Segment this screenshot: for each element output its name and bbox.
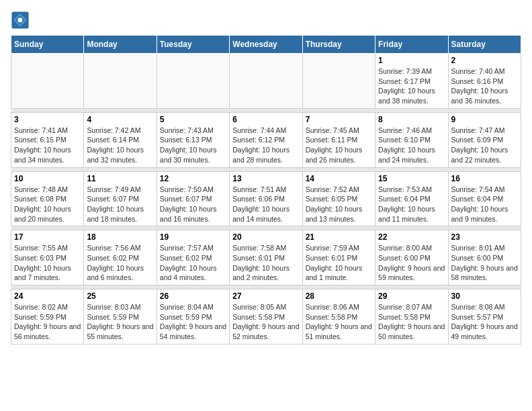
day-info: Sunrise: 7:52 AM Sunset: 6:05 PM Dayligh… <box>306 185 372 224</box>
day-info: Sunrise: 7:44 AM Sunset: 6:12 PM Dayligh… <box>232 126 299 165</box>
day-number: 13 <box>232 174 299 183</box>
day-number: 6 <box>232 115 299 124</box>
calendar-week-4: 17Sunrise: 7:55 AM Sunset: 6:03 PM Dayli… <box>11 230 521 285</box>
calendar-cell: 12Sunrise: 7:50 AM Sunset: 6:07 PM Dayli… <box>157 171 229 226</box>
day-number: 27 <box>232 291 299 301</box>
calendar-cell: 8Sunrise: 7:46 AM Sunset: 6:10 PM Daylig… <box>375 112 448 167</box>
day-number: 10 <box>14 174 81 183</box>
calendar-cell: 5Sunrise: 7:43 AM Sunset: 6:13 PM Daylig… <box>157 112 229 167</box>
day-info: Sunrise: 7:41 AM Sunset: 6:15 PM Dayligh… <box>14 126 81 165</box>
calendar-cell: 7Sunrise: 7:45 AM Sunset: 6:11 PM Daylig… <box>302 112 375 167</box>
day-info: Sunrise: 7:46 AM Sunset: 6:10 PM Dayligh… <box>378 126 445 165</box>
logo <box>11 11 32 30</box>
calendar-cell: 25Sunrise: 8:03 AM Sunset: 5:59 PM Dayli… <box>84 289 157 345</box>
day-info: Sunrise: 7:59 AM Sunset: 6:01 PM Dayligh… <box>306 243 372 283</box>
day-info: Sunrise: 7:57 AM Sunset: 6:02 PM Dayligh… <box>160 243 226 283</box>
day-number: 22 <box>378 232 445 242</box>
day-number: 18 <box>87 232 153 242</box>
day-info: Sunrise: 8:03 AM Sunset: 5:59 PM Dayligh… <box>87 302 153 342</box>
day-info: Sunrise: 8:08 AM Sunset: 5:57 PM Dayligh… <box>451 302 518 342</box>
calendar-cell: 20Sunrise: 7:58 AM Sunset: 6:01 PM Dayli… <box>230 230 302 285</box>
day-number: 3 <box>14 115 81 124</box>
svg-point-3 <box>18 18 23 23</box>
calendar-cell: 18Sunrise: 7:56 AM Sunset: 6:02 PM Dayli… <box>84 230 157 285</box>
calendar-cell: 16Sunrise: 7:54 AM Sunset: 6:04 PM Dayli… <box>448 171 521 226</box>
day-number: 5 <box>160 115 226 124</box>
day-info: Sunrise: 7:42 AM Sunset: 6:14 PM Dayligh… <box>87 126 153 165</box>
column-header-wednesday: Wednesday <box>230 36 302 54</box>
day-info: Sunrise: 8:07 AM Sunset: 5:58 PM Dayligh… <box>378 302 445 342</box>
calendar-cell: 21Sunrise: 7:59 AM Sunset: 6:01 PM Dayli… <box>302 230 375 285</box>
day-info: Sunrise: 7:48 AM Sunset: 6:08 PM Dayligh… <box>14 185 81 224</box>
column-header-sunday: Sunday <box>11 36 84 54</box>
day-number: 8 <box>378 115 445 124</box>
day-number: 14 <box>306 174 372 183</box>
day-number: 19 <box>160 232 226 242</box>
day-info: Sunrise: 7:49 AM Sunset: 6:07 PM Dayligh… <box>87 185 153 224</box>
calendar-cell: 26Sunrise: 8:04 AM Sunset: 5:59 PM Dayli… <box>157 289 229 345</box>
calendar-cell: 19Sunrise: 7:57 AM Sunset: 6:02 PM Dayli… <box>157 230 229 285</box>
logo-icon <box>11 11 30 30</box>
day-number: 21 <box>306 232 372 242</box>
day-number: 20 <box>232 232 299 242</box>
day-number: 15 <box>378 174 445 183</box>
column-header-thursday: Thursday <box>302 36 375 54</box>
calendar-cell: 3Sunrise: 7:41 AM Sunset: 6:15 PM Daylig… <box>11 112 84 167</box>
calendar-cell: 22Sunrise: 8:00 AM Sunset: 6:00 PM Dayli… <box>375 230 448 285</box>
calendar-cell: 2Sunrise: 7:40 AM Sunset: 6:16 PM Daylig… <box>448 54 521 109</box>
calendar-cell: 14Sunrise: 7:52 AM Sunset: 6:05 PM Dayli… <box>302 171 375 226</box>
calendar-week-2: 3Sunrise: 7:41 AM Sunset: 6:15 PM Daylig… <box>11 112 521 167</box>
calendar-cell <box>11 54 84 109</box>
day-info: Sunrise: 7:45 AM Sunset: 6:11 PM Dayligh… <box>306 126 372 165</box>
calendar-cell: 13Sunrise: 7:51 AM Sunset: 6:06 PM Dayli… <box>230 171 302 226</box>
calendar-header-row: SundayMondayTuesdayWednesdayThursdayFrid… <box>11 36 521 54</box>
column-header-monday: Monday <box>84 36 157 54</box>
calendar-week-1: 1Sunrise: 7:39 AM Sunset: 6:17 PM Daylig… <box>11 54 521 109</box>
day-info: Sunrise: 7:58 AM Sunset: 6:01 PM Dayligh… <box>232 243 299 283</box>
page-header <box>11 11 521 30</box>
calendar-cell: 23Sunrise: 8:01 AM Sunset: 6:00 PM Dayli… <box>448 230 521 285</box>
calendar-cell: 9Sunrise: 7:47 AM Sunset: 6:09 PM Daylig… <box>448 112 521 167</box>
day-number: 28 <box>306 291 372 301</box>
calendar-cell: 10Sunrise: 7:48 AM Sunset: 6:08 PM Dayli… <box>11 171 84 226</box>
day-info: Sunrise: 8:05 AM Sunset: 5:58 PM Dayligh… <box>232 302 299 342</box>
calendar-cell: 27Sunrise: 8:05 AM Sunset: 5:58 PM Dayli… <box>230 289 302 345</box>
calendar-cell: 17Sunrise: 7:55 AM Sunset: 6:03 PM Dayli… <box>11 230 84 285</box>
day-info: Sunrise: 7:53 AM Sunset: 6:04 PM Dayligh… <box>378 185 445 224</box>
calendar-week-5: 24Sunrise: 8:02 AM Sunset: 5:59 PM Dayli… <box>11 289 521 345</box>
day-number: 11 <box>87 174 153 183</box>
calendar-week-3: 10Sunrise: 7:48 AM Sunset: 6:08 PM Dayli… <box>11 171 521 226</box>
column-header-tuesday: Tuesday <box>157 36 229 54</box>
day-info: Sunrise: 7:51 AM Sunset: 6:06 PM Dayligh… <box>232 185 299 224</box>
day-info: Sunrise: 7:43 AM Sunset: 6:13 PM Dayligh… <box>160 126 226 165</box>
day-info: Sunrise: 7:47 AM Sunset: 6:09 PM Dayligh… <box>451 126 518 165</box>
day-number: 7 <box>306 115 372 124</box>
day-info: Sunrise: 8:02 AM Sunset: 5:59 PM Dayligh… <box>14 302 81 342</box>
calendar-cell: 4Sunrise: 7:42 AM Sunset: 6:14 PM Daylig… <box>84 112 157 167</box>
calendar-cell <box>84 54 157 109</box>
calendar-cell: 24Sunrise: 8:02 AM Sunset: 5:59 PM Dayli… <box>11 289 84 345</box>
day-number: 25 <box>87 291 153 301</box>
day-number: 26 <box>160 291 226 301</box>
day-number: 16 <box>451 174 518 183</box>
day-info: Sunrise: 8:06 AM Sunset: 5:58 PM Dayligh… <box>306 302 372 342</box>
day-number: 29 <box>378 291 445 301</box>
calendar-cell <box>230 54 302 109</box>
calendar-table: SundayMondayTuesdayWednesdayThursdayFrid… <box>11 35 521 345</box>
column-header-friday: Friday <box>375 36 448 54</box>
calendar-cell <box>157 54 229 109</box>
day-number: 2 <box>451 56 518 65</box>
calendar-cell: 6Sunrise: 7:44 AM Sunset: 6:12 PM Daylig… <box>230 112 302 167</box>
day-info: Sunrise: 7:54 AM Sunset: 6:04 PM Dayligh… <box>451 185 518 224</box>
calendar-cell: 1Sunrise: 7:39 AM Sunset: 6:17 PM Daylig… <box>375 54 448 109</box>
day-number: 12 <box>160 174 226 183</box>
calendar-cell: 11Sunrise: 7:49 AM Sunset: 6:07 PM Dayli… <box>84 171 157 226</box>
day-info: Sunrise: 8:00 AM Sunset: 6:00 PM Dayligh… <box>378 243 445 283</box>
calendar-cell: 29Sunrise: 8:07 AM Sunset: 5:58 PM Dayli… <box>375 289 448 345</box>
day-number: 9 <box>451 115 518 124</box>
day-info: Sunrise: 8:01 AM Sunset: 6:00 PM Dayligh… <box>451 243 518 283</box>
day-number: 23 <box>451 232 518 242</box>
day-info: Sunrise: 7:55 AM Sunset: 6:03 PM Dayligh… <box>14 243 81 283</box>
day-info: Sunrise: 7:56 AM Sunset: 6:02 PM Dayligh… <box>87 243 153 283</box>
calendar-cell <box>302 54 375 109</box>
